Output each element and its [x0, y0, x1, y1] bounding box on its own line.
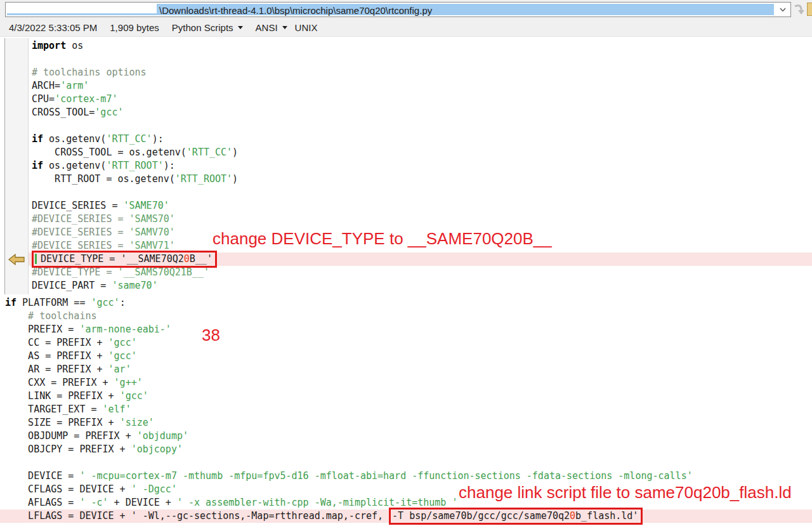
code-line: OBJDUMP = PREFIX + 'objdump' [0, 430, 812, 443]
annotation-device-type: change DEVICE_TYPE to __SAME70Q20B__ [213, 229, 552, 249]
encoding-dropdown[interactable]: ANSI [256, 22, 287, 33]
code-line: ARCH='arm' [29, 79, 812, 93]
code-line: # toolchains options [29, 66, 812, 79]
code-line: CPU='cortex-m7' [29, 93, 812, 106]
annotation-link-script: change link script file to same70q20b_fl… [459, 483, 792, 503]
file-path-value[interactable]: \Downloads\rt-thread-4.1.0\bsp\microchip… [159, 4, 432, 18]
code-line: CROSS_TOOL = os.getenv('RTT_CC') [29, 146, 812, 159]
chevron-down-icon[interactable] [775, 3, 790, 16]
code-line: AS = PREFIX + 'gcc' [0, 350, 812, 363]
status-bar: 4/3/2022 5:33:05 PM 1,909 bytes Python S… [0, 19, 812, 37]
code-line: RTT_ROOT = os.getenv('RTT_ROOT') [29, 173, 812, 186]
code-top-section: import os# toolchains optionsARCH='arm'C… [29, 39, 812, 293]
code-line: CXX = PREFIX + 'g++' [0, 376, 812, 390]
code-line: TARGET_EXT = 'elf' [0, 403, 812, 416]
go-arrow-icon[interactable] [793, 3, 806, 16]
code-line: #DEVICE_SERIES = 'SAMS70' [29, 213, 812, 226]
code-line [29, 53, 812, 66]
code-line [29, 119, 812, 133]
code-line: #DEVICE_TYPE = '__SAMS70Q21B__' [29, 266, 812, 279]
code-line: if PLATFORM == 'gcc': [0, 296, 812, 310]
editor-window: \Downloads\rt-thread-4.1.0\bsp\microchip… [0, 0, 812, 526]
redacted-path-area [7, 4, 157, 13]
code-line: if os.getenv('RTT_CC'): [29, 133, 812, 146]
code-line: LFLAGS = DEVICE + ' -Wl,--gc-sections,-M… [0, 510, 812, 523]
red-annotation-box: -T bsp/same70b/gcc/gcc/same70q20b_flash.… [389, 508, 643, 525]
left-arrow-marker-icon [8, 254, 25, 268]
code-line [0, 456, 812, 470]
file-size: 1,909 bytes [110, 22, 159, 33]
code-line: DEVICE_PART = 'same70' [29, 279, 812, 293]
code-line: # toolchains [0, 310, 812, 323]
code-line: LINK = PREFIX + 'gcc' [0, 390, 812, 403]
code-line: PREFIX = 'arm-none-eabi-' [0, 323, 812, 336]
line-ending-toggle[interactable]: UNIX [295, 22, 318, 33]
file-path-combobox[interactable]: \Downloads\rt-thread-4.1.0\bsp\microchip… [5, 2, 791, 17]
code-line: AR = PREFIX + 'ar' [0, 363, 812, 376]
code-line: SIZE = PREFIX + 'size' [0, 416, 812, 430]
code-line: CC = PREFIX + 'gcc' [0, 336, 812, 350]
editor-content[interactable]: import os# toolchains optionsARCH='arm'C… [0, 37, 812, 526]
code-line [29, 186, 812, 199]
code-line: CROSS_TOOL='gcc' [29, 106, 812, 119]
code-line: DEVICE = ' -mcpu=cortex-m7 -mthumb -mfpu… [0, 470, 812, 483]
code-line: DEVICE_SERIES = 'SAME70' [29, 199, 812, 213]
code-line: import os [29, 39, 812, 53]
code-line: DEVICE_TYPE = '__SAME70Q20B__' [29, 253, 812, 266]
dropdown-arrow-icon [238, 26, 243, 29]
annotation-line-number: 38 [202, 325, 220, 345]
dropdown-arrow-icon [282, 26, 287, 29]
file-type-label: Python Scripts [172, 22, 233, 33]
encoding-label: ANSI [256, 22, 278, 33]
favorites-icon[interactable] [807, 3, 812, 16]
file-type-dropdown[interactable]: Python Scripts [172, 22, 243, 33]
code-line: if os.getenv('RTT_ROOT'): [29, 159, 812, 173]
code-line: OBJCPY = PREFIX + 'objcopy' [0, 443, 812, 456]
red-annotation-box: DEVICE_TYPE = '__SAME70Q20B__' [32, 251, 217, 268]
file-timestamp: 4/3/2022 5:33:05 PM [9, 22, 97, 33]
modified-line-indicator [35, 254, 37, 264]
address-bar: \Downloads\rt-thread-4.1.0\bsp\microchip… [0, 0, 812, 19]
